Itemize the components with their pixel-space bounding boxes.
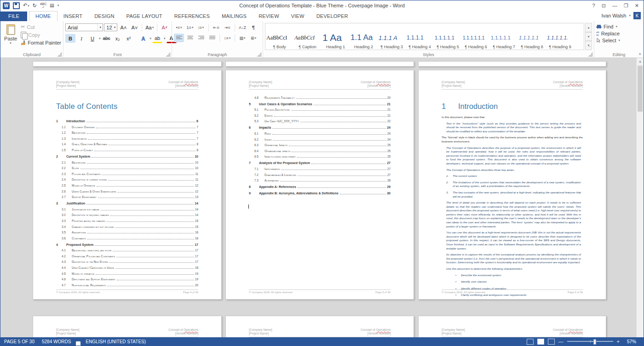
toc-entry[interactable]: 2Current System10 [56, 152, 198, 158]
toc-entry[interactable]: 3Justification14 [56, 199, 198, 205]
style-heading-6[interactable]: 1.1.1.1.1.1¶ Heading 6 [462, 23, 490, 50]
toc-entry[interactable]: 1.3Identification7 [56, 134, 198, 140]
page-toc-1[interactable]: [Company Name][Project Name] Concept of … [33, 70, 222, 300]
numbered-list-item[interactable]: 2.The limitations of the current system … [446, 181, 581, 188]
instruction-paragraph[interactable]: Its objective is to capture the results … [446, 253, 581, 265]
text-effects-dropdown-icon[interactable]: ▾ [150, 37, 152, 40]
toc-entry[interactable]: 4.1Background, objectives, and scope17 [56, 246, 198, 252]
style-heading-1[interactable]: 1 AaHeading 1 [322, 23, 350, 50]
styles-more-icon[interactable]: ▼̲ [585, 41, 592, 50]
minimize-icon[interactable]: — [612, 3, 617, 9]
style-heading-3[interactable]: 1.1.1 A¶ Heading 3 [378, 23, 406, 50]
decrease-indent-button[interactable]: ⇤≡ [211, 23, 221, 32]
instruction-paragraph[interactable]: You can use this document as a high-leve… [446, 231, 581, 250]
find-button[interactable]: Find▾ [596, 24, 642, 29]
tab-design[interactable]: DESIGN [88, 11, 120, 21]
page-toc-2[interactable]: [Company Name][Project Name] Concept of … [225, 70, 414, 300]
toc-entry[interactable]: 4.8Requirements Traceability20 [249, 93, 391, 99]
underline-button[interactable]: U [87, 34, 98, 43]
borders-button[interactable]: ⊞▾ [248, 34, 259, 42]
numbered-list-item[interactable]: 1.The current system [446, 174, 581, 178]
close-icon[interactable]: ✕ [635, 3, 639, 9]
customize-toolbar-icon[interactable]: ▾ [58, 2, 59, 9]
toc-entry[interactable]: 1.1Document Overview7 [56, 123, 198, 129]
multilevel-list-button[interactable]: ⁝≡▾ [196, 23, 206, 32]
toc-entry[interactable]: 3.3Priorities among the changes15 [56, 216, 198, 222]
spelling-grammar-icon[interactable]: ABC✓ [40, 2, 46, 9]
toc-entry[interactable]: 1.4Goals, Objectives & Rationale8 [56, 140, 198, 146]
toc-entry[interactable]: 7Analysis of the Proposed System27 [249, 158, 391, 164]
toc-entry[interactable]: 3.5Assumptions16 [56, 228, 198, 234]
change-case-button[interactable]: Aa▾ [144, 23, 155, 32]
read-mode-icon[interactable] [526, 339, 534, 345]
toc-entry[interactable]: 1.5Points of Contact8 [56, 146, 198, 152]
toc-entry[interactable]: 4.5Modes of operation19 [56, 269, 198, 275]
shrink-font-button[interactable]: A˅ [129, 23, 139, 32]
normal-paragraph[interactable]: In this document, please note that: [442, 115, 583, 119]
restore-icon[interactable]: ❐ [624, 3, 628, 9]
toc-entry[interactable]: 3.4Changes considered but not included15 [56, 222, 198, 228]
styles-dialog-launcher[interactable] [588, 52, 592, 57]
tab-file[interactable]: FILE [0, 11, 27, 21]
toc-entry[interactable]: 4.3Description of the New System17 [56, 258, 198, 264]
paste-button[interactable]: Paste ▾ [2, 23, 19, 51]
align-center-button[interactable] [185, 34, 195, 42]
bullet-list-item[interactable]: •Clarify conflicting and ambiguous user … [455, 293, 581, 297]
increase-indent-button[interactable]: ⇥≡ [222, 23, 232, 32]
instruction-paragraph[interactable]: Text in the “Instructions” style (such a… [446, 122, 581, 134]
toc-entry[interactable]: 3.1Justification for change14 [56, 205, 198, 211]
toc-entry[interactable]: 6.5Impacts during development25 [249, 153, 391, 159]
tab-view[interactable]: VIEW [285, 11, 310, 21]
web-layout-icon[interactable] [548, 339, 555, 345]
align-right-button[interactable] [196, 34, 206, 42]
align-left-button[interactable] [174, 34, 184, 42]
normal-paragraph[interactable]: The ‘Normal’ style in black should be us… [442, 136, 583, 143]
instruction-paragraph[interactable]: Use this document to determine the follo… [446, 267, 581, 271]
toc-entry[interactable]: 7.3Alternatives28 [249, 176, 391, 182]
toc-entry[interactable]: 2.7Support Environment13 [56, 193, 198, 199]
font-name-combo[interactable]: Arial▾ [65, 23, 103, 31]
undo-icon[interactable]: ↶▾ [23, 2, 29, 9]
toc-entry[interactable]: 6.2Issues24 [249, 135, 391, 141]
user-dropdown-icon[interactable]: ▾ [629, 14, 631, 17]
word-logo-icon[interactable]: W [3, 2, 10, 9]
toc-entry[interactable]: 4Proposed System17 [56, 240, 198, 246]
instruction-paragraph[interactable]: The level of detail you provide in descr… [446, 201, 581, 228]
clear-formatting-button[interactable]: A✗ [160, 23, 170, 32]
highlight-dropdown-icon[interactable]: ▾ [164, 37, 166, 40]
tab-references[interactable]: REFERENCES [168, 11, 216, 21]
instruction-paragraph[interactable]: The Concept of Operations describes thre… [446, 168, 581, 172]
toc-entry[interactable]: 2.5Modes of Operation12 [56, 181, 198, 187]
toc-entry[interactable]: 7.2Disadvantages & Limitations27 [249, 170, 391, 176]
tab-page-layout[interactable]: PAGE LAYOUT [121, 11, 168, 21]
toc-entry[interactable]: 1Introduction6 [56, 116, 198, 123]
toc-entry[interactable]: 7.1Improvements27 [249, 164, 391, 170]
toc-entry[interactable]: 2.1Background10 [56, 158, 198, 164]
italic-button[interactable]: I [76, 34, 86, 43]
sort-button[interactable]: A↓Z [237, 23, 247, 32]
bullet-list-item[interactable]: •Describe the envisioned system [455, 273, 581, 278]
toc-entry[interactable]: 6.4Organizational impacts25 [249, 147, 391, 153]
toc-entry[interactable]: 5.1Process Descriptions21 [249, 106, 391, 112]
page-introduction[interactable]: [Company Name][Project Name] Concept of … [418, 70, 606, 300]
style-heading-4[interactable]: 1.1.1.1¶ Heading 4 [406, 23, 434, 50]
toc-entry[interactable]: 3.6Constraints16 [56, 234, 198, 240]
zoom-level[interactable]: 57% [623, 339, 640, 344]
zoom-in-icon[interactable]: + [617, 339, 620, 344]
paragraph-dialog-launcher[interactable] [257, 52, 261, 57]
justify-button[interactable] [207, 34, 217, 42]
bullets-button[interactable]: •≡▾ [174, 23, 184, 32]
clipboard-dialog-launcher[interactable] [58, 52, 62, 57]
show-hide-pilcrow-button[interactable]: ¶ [248, 23, 259, 32]
style-heading-5[interactable]: 1.1.1.1.1¶ Heading 5 [434, 23, 462, 50]
instruction-paragraph[interactable]: The Concept of Operations describes the … [446, 146, 581, 166]
toc-entry[interactable]: 4.2Operational Policies and Constraints1… [56, 252, 198, 258]
word-count[interactable]: 5284 WORDS [38, 339, 75, 344]
style-body[interactable]: AaBbCcI¶ Body [265, 23, 293, 50]
toc-entry[interactable]: 2.2Scope10 [56, 164, 198, 170]
tab-mailings[interactable]: MAILINGS [216, 11, 253, 21]
toc-entry[interactable]: 3.2Description of required changes14 [56, 211, 198, 217]
toc-entry[interactable]: 1.2Background7 [56, 129, 198, 135]
shading-button[interactable]: ▨▾ [237, 34, 247, 42]
highlight-color-button[interactable]: ab [152, 34, 162, 43]
